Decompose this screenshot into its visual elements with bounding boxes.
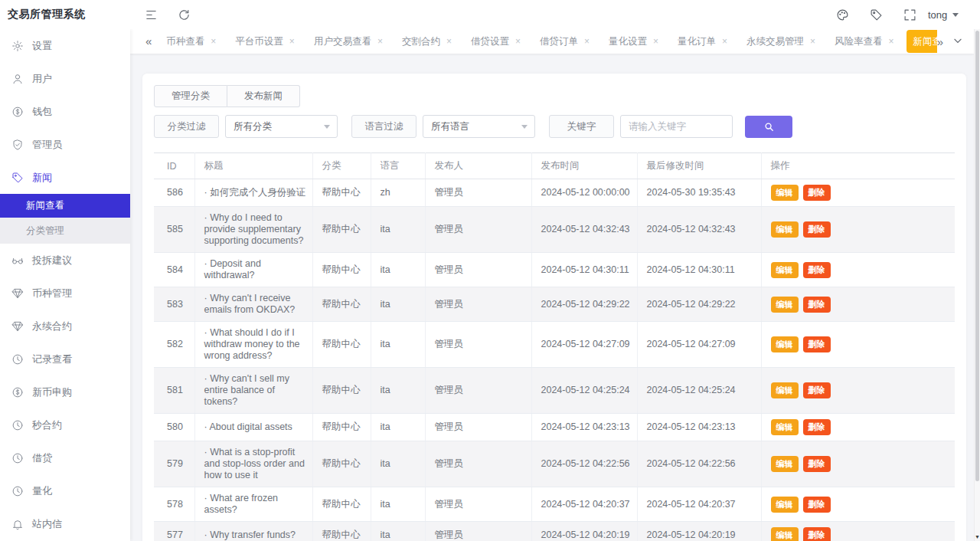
edit-button[interactable]: 编辑 [771, 527, 799, 541]
tabs-menu-chevron-icon[interactable] [952, 35, 963, 48]
tab-item[interactable]: 借贷设置× [464, 30, 528, 53]
delete-button[interactable]: 删除 [803, 497, 831, 513]
tab-item[interactable]: 永续交易管理× [740, 30, 822, 53]
keyword-input[interactable] [620, 115, 733, 138]
table-row: 583· Why can't I receive emails from OKD… [154, 287, 955, 322]
column-header: 标题 [194, 153, 312, 179]
tab-close-icon[interactable]: × [446, 37, 452, 46]
category-filter-label: 分类过滤 [154, 115, 219, 138]
tab-item[interactable]: 量化订单× [671, 30, 734, 53]
cell-category: 帮助中心 [312, 207, 371, 253]
clock-icon [11, 419, 24, 431]
news-list-panel: 管理分类发布新闻 分类过滤 所有分类 语言过滤 所有语言 关键字 [142, 74, 966, 541]
edit-button[interactable]: 编辑 [771, 297, 799, 313]
cell-publish-time: 2024-05-12 04:25:24 [531, 368, 637, 414]
delete-button[interactable]: 删除 [803, 185, 831, 201]
sidebar-subitem[interactable]: 新闻查看 [0, 194, 130, 218]
tab-item[interactable]: 借贷订单× [533, 30, 596, 53]
sidebar-item[interactable]: 新闻 [0, 161, 130, 194]
sidebar-item-label: 投拆建议 [32, 254, 72, 267]
sidebar-item[interactable]: 站内信 [0, 507, 130, 540]
fullscreen-icon[interactable] [901, 6, 918, 23]
sidebar-item[interactable]: 设置 [0, 29, 130, 62]
sidebar-item[interactable]: 管理员 [0, 128, 130, 161]
language-filter-select[interactable]: 所有语言 [423, 115, 535, 138]
page-action-button[interactable]: 发布新闻 [227, 85, 300, 107]
tab-item[interactable]: 新闻查看× [906, 30, 937, 53]
tab-close-icon[interactable]: × [289, 37, 295, 46]
tab-close-icon[interactable]: × [584, 37, 590, 46]
delete-button[interactable]: 删除 [803, 262, 831, 278]
sidebar-item[interactable]: 新币申购 [0, 375, 130, 408]
tab-close-icon[interactable]: × [888, 37, 893, 46]
tab-close-icon[interactable]: × [810, 37, 815, 46]
tab-label: 新闻查看 [913, 35, 937, 48]
tab-label: 用户交易查看 [314, 35, 371, 48]
table-row: 585· Why do I need to provide supplement… [154, 207, 955, 253]
tabs-scroll-left-icon[interactable]: « [130, 34, 159, 49]
sidebar-item[interactable]: 用户 [0, 62, 130, 95]
cell-id: 586 [154, 179, 194, 207]
delete-button[interactable]: 删除 [803, 382, 831, 398]
tab-item[interactable]: 量化设置× [602, 30, 665, 53]
vertical-scrollbar[interactable]: ▼ [974, 29, 980, 541]
menu-collapse-icon[interactable] [142, 6, 159, 23]
tab-close-icon[interactable]: × [377, 37, 383, 46]
search-icon [763, 121, 775, 133]
tab-item[interactable]: 用户交易查看× [307, 30, 390, 53]
edit-button[interactable]: 编辑 [771, 262, 799, 278]
theme-palette-icon[interactable] [834, 6, 851, 23]
edit-button[interactable]: 编辑 [771, 497, 799, 513]
scrollbar-thumb[interactable] [975, 31, 979, 481]
tab-close-icon[interactable]: × [515, 37, 521, 46]
sidebar-item[interactable]: 借贷 [0, 441, 130, 474]
sidebar-item[interactable]: 币种管理 [0, 277, 130, 310]
main-area: 管理分类发布新闻 分类过滤 所有分类 语言过滤 所有语言 关键字 [130, 54, 974, 541]
tab-item[interactable]: 平台币设置× [228, 30, 302, 53]
sidebar-item[interactable]: 记录查看 [0, 343, 130, 375]
delete-button[interactable]: 删除 [803, 336, 831, 352]
cell-publisher: 管理员 [425, 522, 531, 541]
sidebar-item[interactable]: 量化 [0, 474, 130, 507]
category-filter-select[interactable]: 所有分类 [225, 115, 338, 138]
tab-item[interactable]: 交割合约× [395, 30, 459, 53]
sidebar-item[interactable]: 秒合约 [0, 408, 130, 441]
user-menu[interactable]: tong [928, 6, 959, 23]
sidebar-item[interactable]: 永续合约 [0, 310, 130, 343]
tab-label: 量化设置 [609, 35, 647, 48]
sidebar-item-label: 记录查看 [32, 352, 72, 366]
edit-button[interactable]: 编辑 [771, 221, 799, 238]
tab-close-icon[interactable]: × [653, 37, 658, 46]
page-action-button[interactable]: 管理分类 [154, 85, 227, 107]
delete-button[interactable]: 删除 [803, 456, 831, 472]
sidebar-item[interactable]: 钱包 [0, 95, 130, 128]
delete-button[interactable]: 删除 [803, 419, 831, 435]
cell-category: 帮助中心 [312, 322, 371, 368]
cell-actions: 编辑删除 [761, 414, 955, 441]
sidebar-submenu: 新闻查看分类管理 [0, 194, 130, 244]
tag-icon[interactable] [867, 6, 884, 23]
delete-button[interactable]: 删除 [803, 221, 831, 238]
cell-modified-time: 2024-05-12 04:20:37 [637, 487, 761, 522]
scrollbar-down-arrow-icon[interactable]: ▼ [975, 534, 980, 539]
sidebar-item[interactable]: 投拆建议 [0, 244, 130, 277]
edit-button[interactable]: 编辑 [771, 336, 799, 352]
edit-button[interactable]: 编辑 [771, 456, 799, 472]
edit-button[interactable]: 编辑 [771, 185, 799, 201]
cell-modified-time: 2024-05-12 04:20:19 [637, 522, 761, 541]
search-button[interactable] [745, 116, 792, 138]
tab-close-icon[interactable]: × [211, 37, 216, 46]
tab-item[interactable]: 风险率查看× [828, 30, 901, 53]
delete-button[interactable]: 删除 [803, 297, 831, 313]
edit-button[interactable]: 编辑 [771, 419, 799, 435]
refresh-icon[interactable] [175, 6, 192, 23]
delete-button[interactable]: 删除 [803, 527, 831, 541]
cell-title: · 如何完成个人身份验证 [194, 179, 312, 207]
tab-item[interactable]: 币种查看× [159, 30, 223, 53]
user-icon [11, 73, 24, 85]
cell-actions: 编辑删除 [761, 207, 955, 253]
edit-button[interactable]: 编辑 [771, 382, 799, 398]
tabs-scroll-right-icon[interactable]: » [937, 35, 943, 48]
tab-close-icon[interactable]: × [722, 37, 727, 46]
sidebar-subitem[interactable]: 分类管理 [0, 218, 130, 244]
